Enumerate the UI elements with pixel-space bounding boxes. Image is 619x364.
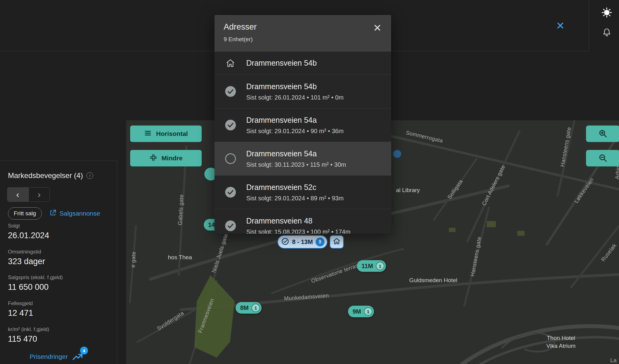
address-subtitle: Sist solgt: 29.01.2024 • 90 m² • 36m <box>246 128 344 135</box>
bell-icon <box>602 27 612 38</box>
field-salgspris: Salgspris (ekskl. f.gjeld) 11 650 000 <box>8 275 63 292</box>
rows-icon <box>144 129 152 139</box>
field-value: 11 650 000 <box>8 283 63 292</box>
sun-icon <box>601 7 613 20</box>
unchecked-circle-icon[interactable] <box>214 153 246 164</box>
clear-selection-button[interactable]: ✕ <box>553 19 567 33</box>
price-cluster-marker[interactable]: 8M 1 <box>236 302 262 314</box>
sales-ad-link[interactable]: Salgsannonse <box>49 209 100 218</box>
layout-horizontal-button[interactable]: Horisontal <box>130 126 202 142</box>
checked-circle-icon[interactable] <box>214 86 246 97</box>
field-omsetningstid: Omsetningstid 323 dager <box>8 249 63 266</box>
info-icon[interactable]: i <box>86 172 93 179</box>
prev-button[interactable]: ‹ <box>7 187 28 202</box>
zoom-in-button[interactable] <box>586 126 619 142</box>
address-row[interactable]: Drammensveien 54b Sist solgt: 26.01.2024… <box>214 75 391 108</box>
address-subtitle: Sist solgt: 29.01.2024 • 89 m² • 93m <box>246 195 344 202</box>
price-changes-badge: 4 <box>80 347 88 355</box>
selected-cluster-marker[interactable]: 8 - 13M 9 <box>277 235 344 249</box>
address-subtitle: Sist solgt: 26.01.2024 • 101 m² • 0m <box>246 94 344 101</box>
field-label: Solgt <box>8 223 63 228</box>
park-area <box>194 275 235 358</box>
address-title: Drammensveien 48 <box>246 217 350 225</box>
zoom-out-button[interactable] <box>586 150 619 166</box>
zoom-out-icon <box>598 153 607 163</box>
field-value: 115 470 <box>8 335 63 344</box>
address-subtitle: Sist solgt: 15.08.2023 • 100 m² • 174m <box>246 228 350 234</box>
address-subtitle: Sist solgt: 30.11.2023 • 115 m² • 30m <box>246 161 346 168</box>
home-marker-button[interactable] <box>330 235 344 249</box>
home-icon <box>214 58 246 68</box>
topbar-divider <box>589 0 589 51</box>
address-title: Drammensveien 52c <box>246 183 344 192</box>
checked-circle-icon[interactable] <box>214 220 246 231</box>
address-row[interactable]: Drammensveien 52c Sist solgt: 29.01.2024… <box>214 176 391 209</box>
address-title: Drammensveien 54a <box>246 149 346 158</box>
field-label: kr/m² (inkl. f.gjeld) <box>8 327 63 332</box>
compress-icon <box>149 154 157 163</box>
record-pager: ‹ › <box>7 187 50 202</box>
sale-details: Solgt 26.01.2024 Omsetningstid 323 dager… <box>8 223 63 352</box>
address-row-hovered[interactable]: Drammensveien 54a Sist solgt: 30.11.2023… <box>214 142 391 176</box>
address-title: Drammensveien 54a <box>246 116 344 125</box>
unit-count: 9 Enhet(er) <box>224 36 382 43</box>
address-title: Drammensveien 54b <box>246 82 344 91</box>
price-cluster-marker[interactable]: 11M 1 <box>357 260 386 272</box>
field-label: Fellesgjeld <box>8 301 63 306</box>
modal-title: Adresser <box>224 22 382 32</box>
price-cluster-marker[interactable]: 9M 1 <box>348 306 374 317</box>
price-changes-link[interactable]: Prisendringer <box>30 353 68 360</box>
external-link-icon <box>49 209 57 218</box>
panel-title: Markedsbevegelser (4) <box>8 171 83 180</box>
map-poi-dot <box>393 150 401 158</box>
checked-circle-icon[interactable] <box>214 119 246 131</box>
field-value: 323 dager <box>8 257 63 266</box>
collapse-smaller-button[interactable]: Mindre <box>130 150 202 166</box>
zoom-in-icon <box>598 129 607 139</box>
addresses-modal: Adresser 9 Enhet(er) ✕ Drammensveien 54b… <box>214 15 391 234</box>
address-row[interactable]: Drammensveien 48 Sist solgt: 15.08.2023 … <box>214 209 391 234</box>
field-label: Omsetningstid <box>8 249 63 254</box>
theme-toggle-button[interactable] <box>599 6 614 20</box>
location-check-icon <box>281 237 289 247</box>
market-movements-panel: Markedsbevegelser (4) i ‹ › Fritt salg S… <box>0 161 117 364</box>
field-value: 12 471 <box>8 309 63 318</box>
field-label: Salgspris (ekskl. f.gjeld) <box>8 275 63 280</box>
sale-type-badge: Fritt salg <box>8 207 42 220</box>
checked-circle-icon[interactable] <box>214 187 246 198</box>
field-solgt: Solgt 26.01.2024 <box>8 223 63 240</box>
field-kvadratmeterpris: kr/m² (inkl. f.gjeld) 115 470 <box>8 327 63 344</box>
next-button[interactable]: › <box>28 187 50 202</box>
home-icon <box>333 237 341 246</box>
address-title: Drammensveien 54b <box>246 59 317 67</box>
modal-close-button[interactable]: ✕ <box>370 21 384 35</box>
field-fellesgjeld: Fellesgjeld 12 471 <box>8 301 63 318</box>
notifications-button[interactable] <box>600 26 614 40</box>
address-row[interactable]: Drammensveien 54a Sist solgt: 29.01.2024… <box>214 108 391 142</box>
field-value: 26.01.2024 <box>8 231 63 240</box>
modal-header: Adresser 9 Enhet(er) ✕ <box>214 15 391 52</box>
trending-up-icon[interactable]: 4 <box>71 351 83 362</box>
address-row-primary[interactable]: Drammensveien 54b <box>214 52 391 75</box>
